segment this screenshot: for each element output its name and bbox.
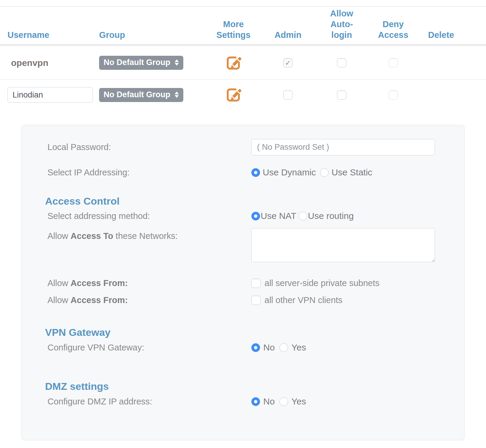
column-header-admin: Admin [260,30,316,40]
group-select-value: No Default Group [104,58,170,67]
access-to-networks-label: Allow Access To these Networks: [47,231,251,241]
use-static-radio[interactable]: Use Static [320,167,372,177]
use-dynamic-radio[interactable]: Use Dynamic [251,167,316,177]
deny-access-checkbox[interactable] [389,90,398,100]
dmz-yes-radio[interactable]: Yes [279,396,306,407]
radio-icon [279,397,288,406]
radio-icon [279,343,288,352]
select-updown-icon [175,59,179,66]
group-select[interactable]: No Default Group [99,88,183,102]
configure-vpn-gateway-label: Configure VPN Gateway: [47,343,251,353]
access-from-label: Allow Access From: [47,278,251,288]
radio-icon [320,168,329,177]
username-text: openvpn [7,58,99,68]
access-from-clients-option: all other VPN clients [251,295,342,305]
admin-checkbox[interactable] [283,90,293,100]
radio-icon [251,343,260,352]
table-row-new-user: No Default Group [0,80,486,110]
user-permissions-table: Username Group More Settings Admin Allow… [0,7,486,110]
radio-icon [251,168,260,177]
more-settings-button[interactable] [225,86,242,103]
vpn-gateway-yes-radio[interactable]: Yes [279,342,306,353]
user-settings-panel: Local Password: Select IP Addressing: Us… [21,125,465,440]
access-from-subnets-checkbox[interactable] [251,279,261,288]
username-input[interactable] [7,87,93,103]
access-from-subnets-option: all server-side private subnets [251,278,379,288]
vpn-gateway-heading: VPN Gateway [45,327,464,338]
table-header-row: Username Group More Settings Admin Allow… [0,7,486,45]
use-nat-radio[interactable]: Use NAT [251,211,296,221]
addressing-method-label: Select addressing method: [47,211,251,221]
access-from-label: Allow Access From: [47,295,251,305]
ip-addressing-label: Select IP Addressing: [47,168,251,177]
deny-access-checkbox[interactable] [389,58,398,67]
allow-autologin-checkbox[interactable] [337,58,346,67]
radio-icon [251,212,260,220]
dmz-settings-heading: DMZ settings [45,381,464,392]
radio-icon [251,397,260,406]
access-to-networks-textarea[interactable] [251,228,435,262]
column-header-more-settings: More Settings [207,19,260,40]
local-password-input[interactable] [251,139,435,155]
select-updown-icon [175,92,179,98]
column-header-delete: Delete [419,30,464,40]
column-header-username: Username [7,30,99,40]
edit-icon [225,86,242,103]
access-control-heading: Access Control [45,195,464,207]
allow-autologin-checkbox[interactable] [337,90,346,100]
dmz-no-radio[interactable]: No [251,396,275,407]
group-select-value: No Default Group [104,90,170,99]
local-password-label: Local Password: [47,142,251,152]
use-routing-radio[interactable]: Use routing [299,211,353,221]
radio-icon [299,212,307,220]
access-from-clients-checkbox[interactable] [251,296,261,305]
admin-checkbox[interactable] [283,58,293,67]
column-header-group: Group [99,30,207,40]
vpn-gateway-no-radio[interactable]: No [251,342,275,353]
configure-dmz-label: Configure DMZ IP address: [47,397,251,407]
column-header-deny-access: Deny Access [368,19,419,40]
more-settings-button[interactable] [225,55,242,71]
group-select[interactable]: No Default Group [99,56,183,70]
edit-icon [225,55,242,71]
column-header-allow-autologin: Allow Auto-login [316,8,368,40]
table-row-openvpn: openvpn No Default Group [0,46,486,80]
